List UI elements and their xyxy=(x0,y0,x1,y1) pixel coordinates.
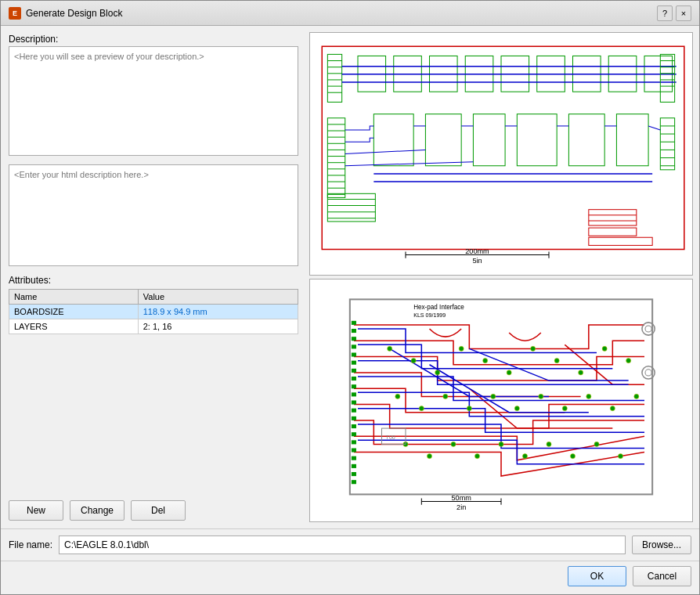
svg-rect-96 xyxy=(352,449,356,453)
generate-design-block-dialog: E Generate Design Block ? × Description:… xyxy=(0,0,700,595)
schematic-svg: 200mm 5in xyxy=(310,33,692,275)
schematic-preview: 200mm 5in xyxy=(310,33,692,275)
svg-point-132 xyxy=(618,454,622,459)
description-section: Description: xyxy=(9,34,298,158)
svg-point-101 xyxy=(388,346,392,351)
svg-point-102 xyxy=(411,359,416,363)
del-button[interactable]: Del xyxy=(131,500,186,521)
dialog-content: Description: Attributes: Name Value BOAR xyxy=(1,26,699,528)
svg-rect-87 xyxy=(352,377,356,380)
svg-rect-43 xyxy=(517,114,557,166)
title-bar-buttons: ? × xyxy=(657,5,691,21)
svg-point-116 xyxy=(491,394,496,398)
svg-point-129 xyxy=(547,442,551,446)
attr-name-cell: LAYERS xyxy=(9,319,139,334)
svg-rect-93 xyxy=(352,424,356,428)
svg-point-113 xyxy=(419,406,424,411)
svg-point-124 xyxy=(427,454,431,459)
new-button[interactable]: New xyxy=(9,500,63,521)
svg-point-103 xyxy=(435,370,440,375)
svg-point-110 xyxy=(602,346,607,351)
pcb-svg: Hex-pad Interface KLS 09/1999 xyxy=(310,279,692,521)
svg-point-114 xyxy=(443,394,448,398)
svg-rect-83 xyxy=(352,344,356,348)
attributes-section: Attributes: Name Value BOARDSIZE118.9 x … xyxy=(9,275,298,488)
title-bar: E Generate Design Block ? × xyxy=(1,1,699,26)
svg-point-107 xyxy=(531,346,536,351)
svg-rect-81 xyxy=(352,329,356,333)
svg-point-120 xyxy=(586,394,591,398)
svg-point-128 xyxy=(522,454,527,459)
preview-textarea[interactable] xyxy=(9,46,298,156)
file-input[interactable] xyxy=(59,536,626,554)
attr-value-cell: 2: 1, 16 xyxy=(138,319,298,334)
attr-name-cell: BOARDSIZE xyxy=(9,305,139,319)
svg-rect-90 xyxy=(352,401,356,405)
attributes-table: Name Value BOARDSIZE118.9 x 94.9 mmLAYER… xyxy=(9,289,298,334)
svg-point-118 xyxy=(539,394,543,398)
svg-point-109 xyxy=(579,370,583,375)
svg-rect-94 xyxy=(352,432,356,436)
svg-rect-95 xyxy=(352,440,356,444)
table-row[interactable]: BOARDSIZE118.9 x 94.9 mm xyxy=(9,305,298,319)
svg-rect-82 xyxy=(352,337,356,341)
left-panel: Description: Attributes: Name Value BOAR xyxy=(1,26,306,528)
right-panel: 200mm 5in Hex-pad Interface KLS 09/1999 xyxy=(306,26,699,528)
svg-rect-44 xyxy=(568,114,604,166)
svg-point-131 xyxy=(594,442,599,446)
pcb-preview: Hex-pad Interface KLS 09/1999 xyxy=(310,279,692,521)
dialog-title: Generate Design Block xyxy=(26,8,122,19)
description-label: Description: xyxy=(9,34,298,45)
attr-buttons: New Change Del xyxy=(9,500,298,521)
attributes-label: Attributes: xyxy=(9,275,298,286)
svg-point-119 xyxy=(562,406,567,411)
svg-text:2in: 2in xyxy=(456,503,466,511)
svg-point-105 xyxy=(483,359,488,363)
help-button[interactable]: ? xyxy=(657,5,673,21)
svg-text:5in: 5in xyxy=(472,257,482,265)
svg-rect-88 xyxy=(352,384,356,388)
svg-point-117 xyxy=(514,406,519,411)
svg-text:200mm: 200mm xyxy=(465,247,489,255)
footer-bar: File name: Browse... xyxy=(1,528,699,561)
svg-rect-100 xyxy=(352,480,356,484)
col-header-name: Name xyxy=(9,290,139,305)
svg-rect-86 xyxy=(352,369,356,373)
svg-text:50mm: 50mm xyxy=(451,494,471,502)
file-label: File name: xyxy=(9,539,52,550)
svg-point-112 xyxy=(395,394,400,398)
app-icon: E xyxy=(9,7,21,20)
svg-point-106 xyxy=(507,370,511,375)
html-textarea[interactable] xyxy=(9,164,298,266)
svg-rect-97 xyxy=(352,456,356,460)
svg-point-130 xyxy=(570,454,575,459)
svg-point-111 xyxy=(626,359,631,363)
svg-point-108 xyxy=(554,359,559,363)
svg-text:Hex-pad Interface: Hex-pad Interface xyxy=(413,304,464,311)
svg-rect-40 xyxy=(373,114,413,166)
schematic-preview-panel: 200mm 5in xyxy=(309,32,693,276)
title-bar-left: E Generate Design Block xyxy=(9,7,122,20)
browse-button[interactable]: Browse... xyxy=(632,536,691,554)
pcb-preview-panel: Hex-pad Interface KLS 09/1999 xyxy=(309,279,693,522)
svg-point-125 xyxy=(451,442,456,446)
change-button[interactable]: Change xyxy=(70,500,124,521)
table-row[interactable]: LAYERS2: 1, 16 xyxy=(9,319,298,334)
svg-rect-91 xyxy=(352,409,356,413)
svg-text:T00: T00 xyxy=(386,435,395,441)
cancel-button[interactable]: Cancel xyxy=(633,566,691,586)
svg-text:KLS 09/1999: KLS 09/1999 xyxy=(413,312,446,319)
svg-point-122 xyxy=(634,394,639,398)
svg-rect-85 xyxy=(352,361,356,365)
svg-rect-84 xyxy=(352,353,356,357)
html-section xyxy=(9,164,298,269)
dialog-buttons-bar: OK Cancel xyxy=(1,561,699,594)
attr-value-cell: 118.9 x 94.9 mm xyxy=(138,305,298,319)
close-button[interactable]: × xyxy=(676,5,691,21)
svg-rect-99 xyxy=(352,472,356,476)
svg-rect-45 xyxy=(616,114,648,166)
svg-point-127 xyxy=(499,442,503,446)
svg-rect-41 xyxy=(425,114,461,166)
ok-button[interactable]: OK xyxy=(568,566,626,586)
svg-rect-92 xyxy=(352,416,356,420)
